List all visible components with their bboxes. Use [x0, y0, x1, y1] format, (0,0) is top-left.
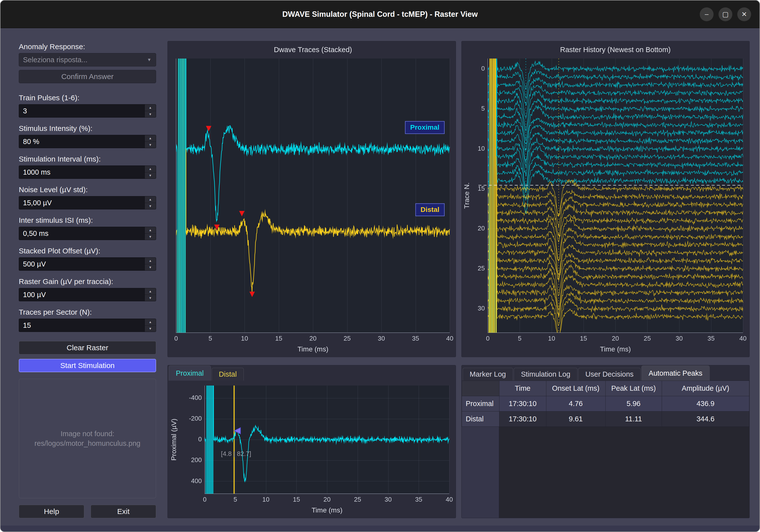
raster-gain-input[interactable]: 100 µV ▲ ▼	[19, 288, 156, 301]
main-content: Anomaly Response: Seleziona risposta... …	[0, 28, 760, 526]
stacked-plot-offset-input[interactable]: 500 µV ▲ ▼	[19, 257, 156, 271]
spin-up-icon[interactable]: ▲	[145, 196, 156, 203]
spin-up-icon[interactable]: ▲	[145, 288, 156, 295]
tab-marker-log[interactable]: Marker Log	[463, 368, 513, 381]
spin-buttons: ▲ ▼	[145, 227, 156, 240]
stimulation-interval-input[interactable]: 1000 ms ▲ ▼	[19, 166, 156, 179]
confirm-answer-button[interactable]: Confirm Answer	[19, 70, 156, 83]
stimulation-interval-label: Stimulation Interval (ms):	[19, 155, 156, 163]
trace-tabs: Proximal Distal	[168, 365, 456, 381]
table-row-proximal[interactable]: Proximal 17:30:10 4.76 5.96 436.9	[462, 396, 749, 411]
anomaly-response-label: Anomaly Response:	[19, 42, 156, 51]
help-button[interactable]: Help	[19, 505, 84, 518]
inter-stimulus-isi-input[interactable]: 0,50 ms ▲ ▼	[19, 227, 156, 240]
spin-down-icon[interactable]: ▼	[145, 203, 156, 210]
dropdown-arrow-icon: ▼	[147, 57, 151, 63]
tab-proximal[interactable]: Proximal	[169, 365, 211, 381]
spin-up-icon[interactable]: ▲	[145, 227, 156, 234]
spin-buttons: ▲ ▼	[145, 258, 156, 270]
train-pulses-input[interactable]: 3 ▲ ▼	[19, 104, 156, 118]
spin-down-icon[interactable]: ▼	[145, 111, 156, 118]
maximize-icon[interactable]: ▢	[719, 7, 732, 21]
spin-buttons: ▲ ▼	[145, 319, 156, 332]
inter-stimulus-isi-label: Inter stimulus ISI (ms):	[19, 216, 156, 224]
app-window: DWAVE Simulator (Spinal Cord - tcMEP) - …	[0, 0, 760, 532]
column-header-amplitude: Amplitude (µV)	[662, 381, 749, 396]
tab-automatic-peaks[interactable]: Automatic Peaks	[641, 365, 710, 381]
stimulus-intensity-label: Stimulus Intensity (%):	[19, 124, 156, 133]
raster-gain-label: Raster Gain (µV per traccia):	[19, 277, 156, 286]
control-sidebar: Anomaly Response: Seleziona risposta... …	[10, 41, 159, 518]
traces-per-sector-label: Traces per Sector (N):	[19, 308, 156, 316]
table-header-row: Time Onset Lat (ms) Peak Lat (ms) Amplit…	[462, 381, 749, 396]
spinbox-value: 3	[19, 105, 145, 117]
tab-distal[interactable]: Distal	[212, 368, 244, 381]
log-tabs: Marker Log Stimulation Log User Decision…	[462, 365, 750, 381]
window-title: DWAVE Simulator (Spinal Cord - tcMEP) - …	[282, 10, 478, 19]
cell-peak: 5.96	[605, 396, 662, 411]
stacked-traces-chart[interactable]	[168, 41, 456, 357]
spin-down-icon[interactable]: ▼	[145, 234, 156, 240]
spin-down-icon[interactable]: ▼	[145, 172, 156, 179]
spin-up-icon[interactable]: ▲	[145, 166, 156, 172]
start-stimulation-button[interactable]: Start Stimulation	[19, 359, 156, 372]
traces-per-sector-input[interactable]: 15 ▲ ▼	[19, 318, 156, 332]
single-trace-panel: Proximal Distal	[167, 365, 456, 518]
stacked-plot-offset-label: Stacked Plot Offset (µV):	[19, 247, 156, 255]
spin-buttons: ▲ ▼	[145, 166, 156, 178]
spin-up-icon[interactable]: ▲	[145, 105, 156, 111]
spin-down-icon[interactable]: ▼	[145, 325, 156, 332]
spinbox-value: 15	[19, 319, 145, 332]
proximal-trace-chart[interactable]	[168, 381, 456, 518]
row-header-strip	[462, 427, 499, 518]
stimulus-intensity-input[interactable]: 80 % ▲ ▼	[19, 135, 156, 148]
spinbox-value: 500 µV	[19, 258, 145, 270]
window-controls: – ▢ ✕	[700, 7, 751, 21]
image-not-found-line1: Image not found:	[61, 430, 114, 438]
minimize-icon[interactable]: –	[700, 7, 714, 21]
table-empty-area	[462, 427, 750, 518]
spinbox-value: 0,50 ms	[19, 227, 145, 240]
tab-user-decisions[interactable]: User Decisions	[578, 368, 641, 381]
spin-up-icon[interactable]: ▲	[145, 135, 156, 142]
raster-history-chart[interactable]	[462, 41, 750, 357]
sidebar-footer-buttons: Help Exit	[19, 505, 156, 518]
log-panel: Marker Log Stimulation Log User Decision…	[461, 365, 750, 518]
cell-peak: 11.11	[605, 411, 662, 427]
stacked-traces-panel	[167, 41, 456, 357]
spinbox-value: 80 %	[19, 135, 145, 148]
anomaly-response-dropdown[interactable]: Seleziona risposta... ▼	[19, 53, 156, 67]
cell-amplitude: 436.9	[662, 396, 749, 411]
spin-buttons: ▲ ▼	[145, 135, 156, 148]
close-icon[interactable]: ✕	[737, 7, 751, 21]
clear-raster-button[interactable]: Clear Raster	[19, 341, 156, 355]
spin-down-icon[interactable]: ▼	[145, 264, 156, 271]
spinbox-value: 1000 ms	[19, 166, 145, 178]
titlebar[interactable]: DWAVE Simulator (Spinal Cord - tcMEP) - …	[0, 0, 760, 28]
dropdown-value: Seleziona risposta...	[23, 56, 87, 64]
spin-buttons: ▲ ▼	[145, 105, 156, 117]
cell-amplitude: 344.6	[662, 411, 749, 427]
exit-button[interactable]: Exit	[91, 505, 156, 518]
column-header	[462, 381, 499, 396]
window-bottom-edge	[0, 526, 760, 532]
image-not-found-line2: res/logos/motor_homunculus.png	[34, 439, 141, 448]
noise-level-label: Noise Level (µV std):	[19, 185, 156, 194]
tab-stimulation-log[interactable]: Stimulation Log	[514, 368, 578, 381]
spinbox-value: 100 µV	[19, 288, 145, 301]
cell-time: 17:30:10	[499, 411, 546, 427]
noise-level-input[interactable]: 15,00 µV ▲ ▼	[19, 196, 156, 210]
raster-history-panel	[461, 41, 750, 357]
plots-area: Proximal Distal Marker Log Stimulation L…	[167, 41, 750, 518]
table-row-distal[interactable]: Distal 17:30:10 9.61 11.11 344.6	[462, 411, 749, 427]
spinbox-value: 15,00 µV	[19, 196, 145, 209]
spin-up-icon[interactable]: ▲	[145, 258, 156, 264]
column-header-onset: Onset Lat (ms)	[546, 381, 605, 396]
row-header: Proximal	[462, 396, 499, 411]
cell-onset: 9.61	[546, 411, 605, 427]
train-pulses-label: Train Pulses (1-6):	[19, 94, 156, 102]
spin-up-icon[interactable]: ▲	[145, 319, 156, 325]
spin-buttons: ▲ ▼	[145, 288, 156, 301]
spin-down-icon[interactable]: ▼	[145, 142, 156, 148]
spin-down-icon[interactable]: ▼	[145, 295, 156, 301]
